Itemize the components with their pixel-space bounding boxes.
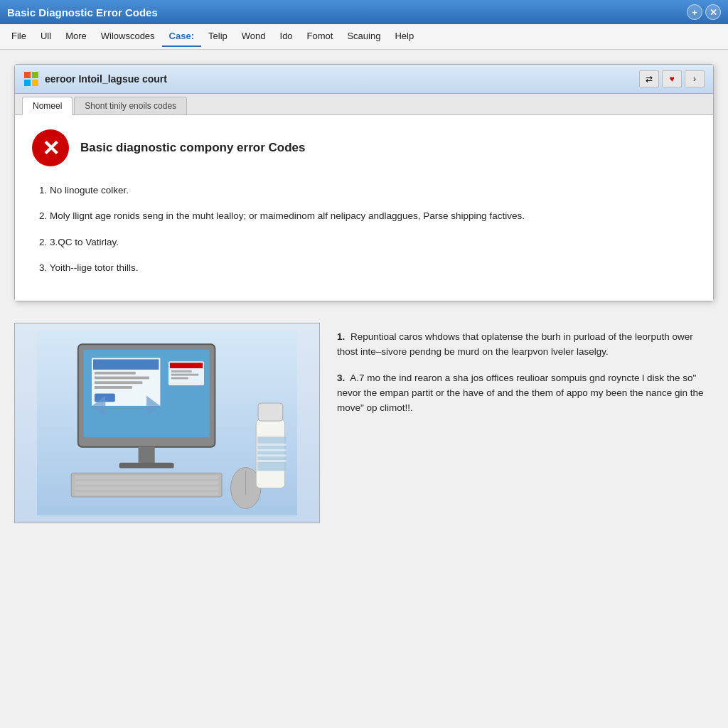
menu-item-wond[interactable]: Wond [235,26,273,47]
inner-panel-header: eeroor Intoil_lagsue court ⇄ ♥ › [15,65,713,94]
error-item-3: 2. 3.QC to Vatirlay. [39,235,696,250]
menu-item-telip[interactable]: Telip [201,26,235,47]
right-text-item-1: 1. Repuntioal caros whdows that oplatens… [337,330,714,360]
menu-item-case[interactable]: Case: [162,26,201,47]
svg-rect-2 [24,80,31,86]
inner-panel-controls: ⇄ ♥ › [639,70,705,87]
svg-rect-32 [257,437,286,471]
computer-image-box [14,323,320,523]
menu-bar: File Ull More Wilowscodes Case: Telip Wo… [0,24,728,50]
svg-rect-10 [95,377,149,380]
error-item-4: 3. Yoith--lige totor thills. [39,261,696,275]
title-bar-left: Basic Diagnostic Error Codes [7,6,158,18]
menu-item-wilowscodes[interactable]: Wilowscodes [94,26,162,47]
inner-tabs: Nomeel Shont tinily enoils codes [15,94,713,115]
error-title: Basic diagnostic compony error Codes [80,141,305,155]
svg-rect-24 [75,487,218,491]
tab-shont[interactable]: Shont tinily enoils codes [74,97,187,114]
svg-rect-19 [139,447,155,464]
menu-item-fomot[interactable]: Fomot [300,26,341,47]
right-text: 1. Repuntioal caros whdows that oplatens… [337,323,714,427]
close-button[interactable]: ✕ [705,4,721,20]
menu-item-ido[interactable]: Ido [273,26,300,47]
title-bar-title: Basic Diagnostic Error Codes [7,6,158,18]
svg-rect-16 [171,370,192,373]
error-item-2-text: Moly llignt age ronids seng in the muht … [50,210,525,221]
right-text-item-2-text: A.7 mo the ind rearon a sha jos offices … [337,373,704,413]
svg-rect-12 [95,386,132,389]
title-bar: Basic Diagnostic Error Codes + ✕ [0,0,728,24]
svg-rect-15 [170,363,203,368]
inner-ctrl-next[interactable]: › [685,70,705,87]
error-item-2: 2. Moly llignt age ronids seng in the mu… [39,209,696,223]
error-item-3-num: 2. [39,237,47,247]
inner-ctrl-settings[interactable]: ⇄ [639,70,659,87]
right-text-item-2: 3. A.7 mo the ind rearon a sha jos offic… [337,371,714,416]
error-item-1-text: No linogute colker. [50,185,129,196]
svg-rect-1 [32,72,38,78]
svg-rect-23 [75,481,218,485]
error-item-4-text: Yoith--lige totor thills. [50,262,139,273]
svg-rect-8 [93,359,159,369]
menu-item-file[interactable]: File [4,26,33,47]
svg-rect-25 [75,492,218,495]
error-content: ✕ Basic diagnostic compony error Codes 1… [15,115,713,301]
maximize-button[interactable]: + [687,4,702,20]
svg-rect-9 [95,372,136,375]
right-text-item-2-num: 3. [337,373,345,383]
svg-rect-0 [24,72,31,78]
right-text-item-1-num: 1. [337,331,345,342]
svg-rect-22 [75,476,218,479]
error-icon: ✕ [32,129,69,166]
tab-nomeel[interactable]: Nomeel [22,97,73,115]
inner-ctrl-favorite[interactable]: ♥ [662,70,682,87]
svg-rect-17 [171,374,199,376]
svg-rect-11 [95,381,142,384]
error-item-2-num: 2. [39,210,47,221]
menu-item-more[interactable]: More [58,26,94,47]
svg-rect-18 [171,377,188,379]
error-header: ✕ Basic diagnostic compony error Codes [32,129,696,166]
error-item-3-text: 3.QC to Vatirlay. [50,237,119,247]
svg-rect-20 [119,463,174,469]
main-content: eeroor Intoil_lagsue court ⇄ ♥ › Nomeel … [0,50,728,537]
title-bar-controls: + ✕ [687,4,721,20]
svg-rect-3 [32,80,38,86]
svg-rect-31 [258,403,283,421]
inner-panel: eeroor Intoil_lagsue court ⇄ ♥ › Nomeel … [14,64,714,301]
menu-item-ull[interactable]: Ull [33,26,58,47]
error-list: 1. No linogute colker. 2. Moly llignt ag… [32,183,696,275]
inner-panel-title: eeroor Intoil_lagsue court [45,73,167,85]
svg-rect-34 [257,449,286,451]
svg-rect-33 [257,444,286,446]
bottom-section: 1. Repuntioal caros whdows that oplatens… [14,323,714,523]
error-item-1-num: 1. [39,185,47,196]
inner-panel-title-area: eeroor Intoil_lagsue court [23,71,167,87]
menu-item-scauing[interactable]: Scauing [340,26,387,47]
svg-rect-36 [257,460,286,462]
windows-logo-icon [23,71,39,87]
error-item-1: 1. No linogute colker. [39,183,696,198]
computer-illustration [32,331,302,515]
svg-rect-35 [257,454,286,456]
menu-item-help[interactable]: Help [387,26,421,47]
right-text-item-1-text: Repuntioal caros whdows that oplatense t… [337,331,693,357]
error-item-4-num: 3. [39,262,47,273]
